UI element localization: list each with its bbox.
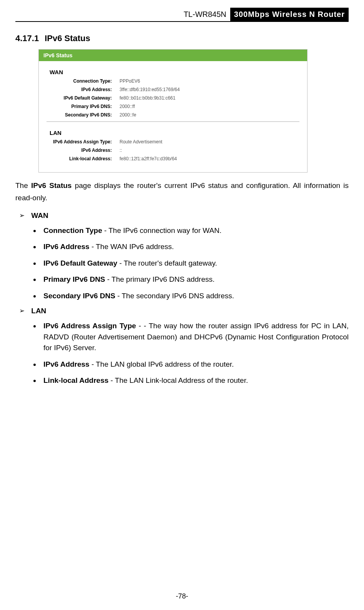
wan-item-secondary-dns: Secondary IPv6 DNS - The secondary IPv6 …	[40, 291, 349, 302]
lan-desc-heading: LAN	[31, 307, 46, 315]
wan-item-primary-dns: Primary IPv6 DNS - The primary IPv6 DNS …	[40, 274, 349, 285]
lan-ipv6-address-row: IPv6 Address: ::	[47, 148, 299, 153]
wan-secondary-dns-row: Secondary IPv6 DNS: 2000::fe	[47, 112, 299, 118]
panel-body: WAN Connection Type: PPPoEV6 IPv6 Addres…	[39, 61, 307, 172]
lan-ipv6-address-value: ::	[120, 148, 122, 153]
lan-desc-item: LAN IPv6 Address Assign Type - - The way…	[19, 307, 349, 386]
wan-item-connection-type: Connection Type - The IPv6 connection wa…	[40, 225, 349, 236]
wan-primary-dns-label: Primary IPv6 DNS:	[47, 104, 120, 109]
lan-linklocal-label: Link-local Address:	[47, 156, 120, 161]
ipv6-status-panel: IPv6 Status WAN Connection Type: PPPoEV6…	[38, 49, 307, 173]
lan-sub-list: IPv6 Address Assign Type - - The way how…	[40, 321, 349, 386]
wan-connection-type-label: Connection Type:	[47, 78, 120, 84]
wan-item-ipv6-address: IPv6 Address - The WAN IPv6 address.	[40, 241, 349, 253]
lan-item-linklocal: Link-local Address - The LAN Link-local …	[40, 375, 349, 386]
wan-sub-list: Connection Type - The IPv6 connection wa…	[40, 225, 349, 302]
lan-assign-type-value: Route Advertisement	[120, 139, 162, 145]
section-heading: 4.17.1IPv6 Status	[15, 33, 349, 43]
wan-desc-item: WAN Connection Type - The IPv6 connectio…	[19, 211, 349, 302]
product-title: 300Mbps Wireless N Router	[230, 8, 349, 21]
lan-item-assign-type: IPv6 Address Assign Type - - The way how…	[40, 321, 349, 354]
lan-heading: LAN	[50, 130, 299, 136]
page-number: -78-	[0, 592, 364, 600]
wan-ipv6-address-label: IPv6 Address:	[47, 87, 120, 92]
wan-primary-dns-value: 2000::ff	[120, 104, 135, 109]
panel-title: IPv6 Status	[39, 50, 307, 61]
wan-connection-type-value: PPPoEV6	[120, 78, 140, 84]
wan-secondary-dns-label: Secondary IPv6 DNS:	[47, 112, 120, 118]
wan-secondary-dns-value: 2000::fe	[120, 112, 136, 118]
intro-paragraph: The IPv6 Status page displays the router…	[15, 180, 349, 204]
wan-section: WAN Connection Type: PPPoEV6 IPv6 Addres…	[47, 65, 299, 118]
page-header: TL-WR845N 300Mbps Wireless N Router	[15, 8, 349, 22]
intro-pre: The	[15, 181, 31, 189]
lan-linklocal-value: fe80::12f1:a2ff:fe7c:d39b/64	[120, 156, 177, 161]
lan-linklocal-row: Link-local Address: fe80::12f1:a2ff:fe7c…	[47, 156, 299, 161]
wan-ipv6-address-row: IPv6 Address: 3ffe::dfb6:1910:ed55:1769/…	[47, 87, 299, 92]
divider	[47, 121, 299, 122]
description-list: WAN Connection Type - The IPv6 connectio…	[19, 211, 349, 386]
section-title: IPv6 Status	[45, 33, 90, 43]
wan-primary-dns-row: Primary IPv6 DNS: 2000::ff	[47, 104, 299, 109]
wan-gateway-label: IPv6 Default Gateway:	[47, 95, 120, 101]
section-number: 4.17.1	[15, 33, 39, 43]
lan-item-ipv6-address: IPv6 Address - The LAN global IPv6 addre…	[40, 359, 349, 370]
wan-item-gateway: IPv6 Default Gateway - The router's defa…	[40, 258, 349, 269]
wan-gateway-row: IPv6 Default Gateway: fe80::b01c:b0bb:9b…	[47, 95, 299, 101]
lan-section: LAN IPv6 Address Assign Type: Route Adve…	[47, 126, 299, 161]
lan-ipv6-address-label: IPv6 Address:	[47, 148, 120, 153]
wan-connection-type-row: Connection Type: PPPoEV6	[47, 78, 299, 84]
wan-ipv6-address-value: 3ffe::dfb6:1910:ed55:1769/64	[120, 87, 180, 92]
lan-assign-type-row: IPv6 Address Assign Type: Route Advertis…	[47, 139, 299, 145]
model-label: TL-WR845N	[180, 8, 230, 21]
intro-bold: IPv6 Status	[31, 181, 71, 189]
wan-desc-heading: WAN	[31, 211, 48, 219]
wan-heading: WAN	[50, 69, 299, 75]
wan-gateway-value: fe80::b01c:b0bb:9b31:c661	[120, 95, 175, 101]
lan-assign-type-label: IPv6 Address Assign Type:	[47, 139, 120, 145]
